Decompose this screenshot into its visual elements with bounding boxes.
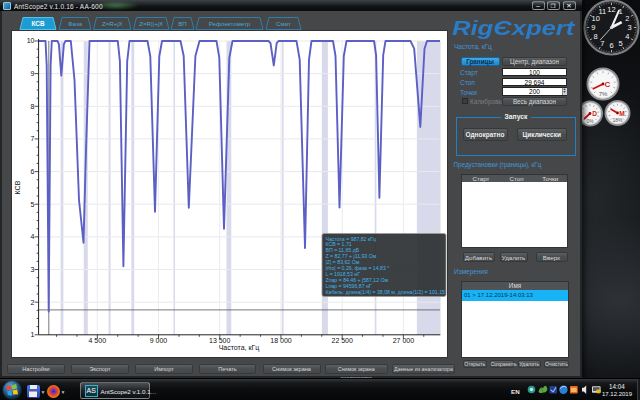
svg-text:18%: 18% <box>612 117 623 123</box>
svg-text:10: 10 <box>27 37 35 44</box>
svg-text:6: 6 <box>609 41 613 50</box>
svg-text:27 000: 27 000 <box>393 337 415 344</box>
svg-text:13 500: 13 500 <box>209 337 231 344</box>
svg-text:5: 5 <box>619 39 623 48</box>
svg-text:22 500: 22 500 <box>331 337 353 344</box>
svg-text:M: M <box>619 110 624 117</box>
svg-text:Фаза: Фаза <box>68 20 83 27</box>
svg-text:9 000: 9 000 <box>150 337 168 344</box>
svg-text:3: 3 <box>31 266 35 273</box>
svg-text:7%: 7% <box>599 91 608 97</box>
svg-text:7: 7 <box>31 135 35 142</box>
svg-text:C: C <box>605 80 611 89</box>
svg-text:Смит: Смит <box>276 20 291 27</box>
svg-text:18 000: 18 000 <box>270 337 292 344</box>
svg-text:5: 5 <box>31 201 35 208</box>
svg-text:2: 2 <box>625 14 629 23</box>
svg-text:7: 7 <box>600 39 604 48</box>
svg-text:12: 12 <box>607 5 615 14</box>
svg-text:КСВ: КСВ <box>31 20 44 27</box>
svg-text:9: 9 <box>31 70 35 77</box>
svg-text:ВП: ВП <box>178 20 186 27</box>
svg-text:Частота, кГц: Частота, кГц <box>219 344 260 352</box>
svg-text:4 500: 4 500 <box>89 337 107 344</box>
svg-text:КСВ: КСВ <box>14 180 21 194</box>
svg-text:Кабель: длина(1/4) = 38,08 м,: Кабель: длина(1/4) = 38,08 м, длина(1/2)… <box>326 289 448 295</box>
svg-text:6: 6 <box>31 168 35 175</box>
svg-text:Рефлектометр: Рефлектометр <box>209 20 251 27</box>
svg-text:Z=R+jX: Z=R+jX <box>102 20 123 27</box>
svg-text:1: 1 <box>31 331 35 338</box>
svg-text:3: 3 <box>628 23 632 32</box>
svg-text:11: 11 <box>599 7 607 16</box>
svg-text:D: D <box>592 110 597 117</box>
svg-text:4: 4 <box>31 233 35 240</box>
svg-text:2: 2 <box>31 299 35 306</box>
svg-text:0%: 0% <box>586 118 594 124</box>
svg-text:8: 8 <box>594 32 598 41</box>
svg-text:4: 4 <box>625 32 629 41</box>
svg-text:9: 9 <box>591 23 595 32</box>
svg-text:Z=R||+jX: Z=R||+jX <box>139 20 163 27</box>
svg-text:8: 8 <box>31 103 35 110</box>
